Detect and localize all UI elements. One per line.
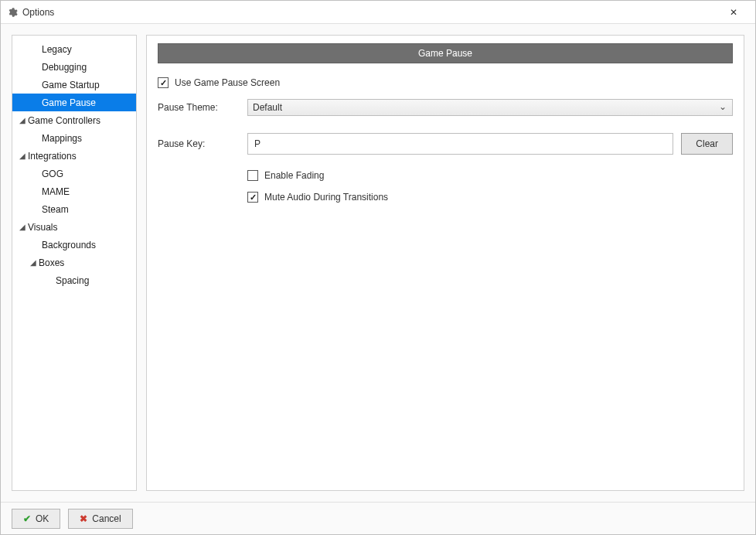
- caret-down-icon: ◢: [17, 152, 28, 160]
- sidebar-item[interactable]: Steam: [12, 200, 136, 218]
- content-panel: Game Pause Use Game Pause Screen Pause T…: [146, 35, 744, 491]
- options-window: Options ✕ LegacyDebuggingGame StartupGam…: [0, 0, 756, 535]
- sidebar-item[interactable]: Spacing: [12, 271, 136, 289]
- pause-theme-select[interactable]: Default: [247, 99, 733, 116]
- close-icon: ✕: [730, 7, 737, 18]
- pause-theme-row: Pause Theme: Default: [158, 99, 733, 116]
- sidebar-item-label: Legacy: [42, 44, 72, 55]
- sidebar-item[interactable]: Legacy: [12, 40, 136, 58]
- mute-audio-checkbox[interactable]: Mute Audio During Transitions: [247, 192, 733, 203]
- x-icon: ✖: [80, 513, 87, 524]
- ok-button[interactable]: ✔ OK: [12, 509, 60, 529]
- caret-down-icon: ◢: [28, 258, 39, 267]
- sidebar-item[interactable]: Game Startup: [12, 76, 136, 94]
- sidebar-tree: LegacyDebuggingGame StartupGame Pause◢Ga…: [12, 35, 137, 491]
- window-title: Options: [22, 7, 54, 18]
- sidebar-item[interactable]: MAME: [12, 182, 136, 200]
- checkbox-icon: [158, 77, 169, 88]
- checkbox-icon: [247, 170, 258, 181]
- clear-button[interactable]: Clear: [681, 133, 733, 155]
- pause-key-label: Pause Key:: [158, 138, 247, 149]
- sidebar-item-label: Visuals: [28, 222, 57, 233]
- caret-down-icon: ◢: [17, 116, 28, 124]
- sidebar-item[interactable]: ◢Game Controllers: [12, 111, 136, 129]
- sidebar-item-label: Game Pause: [42, 97, 96, 108]
- sidebar-item-label: Backgrounds: [42, 240, 96, 250]
- use-game-pause-screen-checkbox[interactable]: Use Game Pause Screen: [158, 77, 733, 88]
- sidebar-item[interactable]: Debugging: [12, 58, 136, 76]
- close-button[interactable]: ✕: [718, 2, 749, 23]
- sidebar-item-label: MAME: [42, 186, 70, 197]
- sidebar-item-label: Integrations: [28, 151, 77, 162]
- sidebar-item[interactable]: Game Pause: [12, 94, 136, 111]
- sidebar-item[interactable]: ◢Integrations: [12, 147, 136, 165]
- ok-label: OK: [36, 513, 49, 524]
- sidebar-item-label: Game Startup: [42, 80, 100, 90]
- sidebar-item-label: Boxes: [39, 257, 64, 268]
- caret-down-icon: ◢: [17, 223, 28, 231]
- sidebar-item-label: Debugging: [42, 62, 87, 73]
- checkbox-label: Enable Fading: [264, 170, 324, 181]
- cancel-button[interactable]: ✖ Cancel: [68, 509, 132, 529]
- sidebar-item-label: Spacing: [56, 275, 89, 286]
- pause-key-row: Pause Key: Clear: [158, 133, 733, 155]
- sidebar-item-label: Game Controllers: [28, 115, 100, 126]
- checkbox-label: Use Game Pause Screen: [175, 77, 280, 88]
- titlebar: Options ✕: [1, 1, 755, 24]
- footer: ✔ OK ✖ Cancel: [1, 502, 755, 534]
- pause-theme-label: Pause Theme:: [158, 102, 247, 113]
- panel-header: Game Pause: [158, 43, 733, 63]
- sidebar-item[interactable]: Mappings: [12, 129, 136, 147]
- checkbox-icon: [247, 192, 258, 203]
- sidebar-item-label: GOG: [42, 169, 63, 179]
- sidebar-item-label: Steam: [42, 204, 69, 215]
- check-icon: ✔: [23, 513, 31, 524]
- game-pause-form: Use Game Pause Screen Pause Theme: Defau…: [158, 77, 733, 203]
- gear-icon: [7, 7, 18, 18]
- sidebar-item-label: Mappings: [42, 133, 82, 144]
- sidebar-item[interactable]: GOG: [12, 165, 136, 182]
- pause-theme-select-wrap: Default: [247, 99, 733, 116]
- sidebar-item[interactable]: Backgrounds: [12, 236, 136, 254]
- cancel-label: Cancel: [92, 513, 121, 524]
- body: LegacyDebuggingGame StartupGame Pause◢Ga…: [1, 24, 755, 502]
- enable-fading-checkbox[interactable]: Enable Fading: [247, 170, 733, 181]
- sidebar-item[interactable]: ◢Boxes: [12, 254, 136, 271]
- sidebar-item[interactable]: ◢Visuals: [12, 218, 136, 236]
- checkbox-label: Mute Audio During Transitions: [264, 192, 388, 203]
- pause-key-input[interactable]: [247, 133, 673, 155]
